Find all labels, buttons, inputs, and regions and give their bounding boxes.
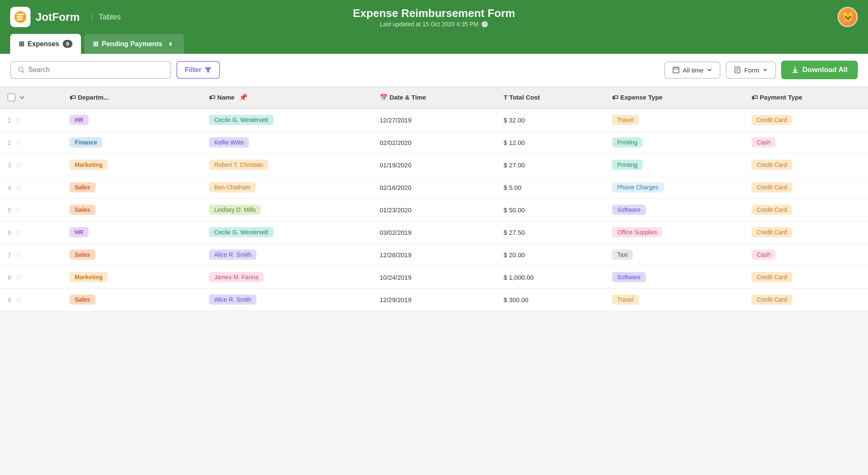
- tag-icon-dept: 🏷: [70, 94, 76, 101]
- row-controls-cell: 1 ☆: [0, 108, 62, 131]
- name-cell: Cecile G. Westervelt: [201, 108, 372, 131]
- all-time-dropdown[interactable]: All time: [664, 61, 721, 79]
- payment-tag: Credit Card: [751, 227, 792, 237]
- star-icon[interactable]: ☆: [15, 205, 22, 214]
- cost-cell: $ 32.00: [496, 108, 604, 131]
- row-controls-cell: 7 ☆: [0, 244, 62, 266]
- cost-cell: $ 27.00: [496, 154, 604, 176]
- name-tag: Alice R. Smith: [209, 250, 256, 260]
- row-number: 2: [8, 139, 11, 146]
- row-controls-cell: 3 ☆: [0, 154, 62, 176]
- tag-icon-payment: 🏷: [751, 94, 758, 101]
- expense-tag: Travel: [612, 294, 638, 305]
- tab-pending-badge: 6: [166, 40, 175, 48]
- name-tag: Robert T. Christian: [209, 160, 268, 170]
- download-all-button[interactable]: Download All: [781, 61, 858, 79]
- dept-tag: Sales: [70, 205, 95, 215]
- dept-cell: Sales: [62, 289, 201, 311]
- form-label: Form: [744, 67, 759, 74]
- download-icon: [791, 66, 799, 74]
- table-body: 1 ☆ HR Cecile G. Westervelt 12/27/2019 $…: [0, 108, 868, 311]
- star-icon[interactable]: ☆: [15, 160, 22, 169]
- row-number: 7: [8, 251, 11, 258]
- name-cell: Robert T. Christian: [201, 154, 372, 176]
- search-input[interactable]: [28, 66, 164, 74]
- row-number: 4: [8, 184, 11, 191]
- form-dropdown[interactable]: Form: [726, 61, 776, 79]
- name-cell: Kellie Witte: [201, 131, 372, 154]
- cost-col-header[interactable]: T Total Cost: [496, 86, 604, 108]
- star-icon[interactable]: ☆: [15, 115, 22, 125]
- tab-expenses-badge: 9: [63, 40, 72, 48]
- name-tag: Kellie Witte: [209, 137, 249, 147]
- dept-cell: HR: [62, 108, 201, 131]
- expense-tag: Taxi: [612, 250, 633, 260]
- name-col-header[interactable]: 🏷 Name 📌: [201, 86, 372, 108]
- name-tag: Cecile G. Westervelt: [209, 115, 273, 125]
- date-cell: 03/02/2019: [372, 221, 496, 244]
- payment-tag: Credit Card: [751, 182, 792, 192]
- tabs-bar: ⊞ Expenses 9 ⊞ Pending Payments 6: [0, 34, 868, 54]
- select-all-checkbox[interactable]: [8, 94, 15, 101]
- payment-cell: Credit Card: [744, 289, 868, 311]
- row-controls-cell: 5 ☆: [0, 199, 62, 221]
- payment-tag: Credit Card: [751, 160, 792, 170]
- star-icon[interactable]: ☆: [15, 138, 22, 147]
- page-title: Expense Reimbursement Form: [353, 7, 515, 20]
- row-number: 3: [8, 161, 11, 169]
- date-cell: 12/28/2019: [372, 244, 496, 266]
- tag-icon-name: 🏷: [209, 94, 215, 101]
- name-cell: Cecile G. Westervelt: [201, 221, 372, 244]
- table-row: 4 ☆ Sales Ben Chatham 02/16/2020 $ 5.00 …: [0, 176, 868, 199]
- expense-cell: Office Supplies: [604, 221, 744, 244]
- star-icon[interactable]: ☆: [15, 272, 22, 282]
- date-col-header[interactable]: 📅 Date & Time: [372, 86, 496, 108]
- name-cell: Alice R. Smith: [201, 289, 372, 311]
- logo-icon: [10, 7, 31, 27]
- payment-col-header[interactable]: 🏷 Payment Type: [744, 86, 868, 108]
- table-header-row: 🏷 Departm... 🏷 Name 📌 📅 Date & Time T To…: [0, 86, 868, 108]
- tables-nav[interactable]: Tables: [92, 13, 121, 22]
- logo-text: JotForm: [36, 11, 80, 24]
- row-controls-cell: 2 ☆: [0, 131, 62, 154]
- cost-cell: $ 12.00: [496, 131, 604, 154]
- text-icon: T: [504, 94, 507, 101]
- table-row: 1 ☆ HR Cecile G. Westervelt 12/27/2019 $…: [0, 108, 868, 131]
- tab-expenses[interactable]: ⊞ Expenses 9: [10, 34, 81, 54]
- avatar[interactable]: 🐱: [837, 7, 858, 27]
- dept-tag: Sales: [70, 294, 95, 305]
- header-center: Expense Reimbursement Form Last updated …: [353, 7, 515, 28]
- cost-cell: $ 50.00: [496, 199, 604, 221]
- search-box[interactable]: [10, 61, 171, 79]
- cost-cell: $ 1,000.00: [496, 266, 604, 289]
- filter-button[interactable]: Filter: [176, 61, 220, 79]
- clock-icon: 🕐: [481, 21, 488, 28]
- name-cell: James M. Farina: [201, 266, 372, 289]
- star-icon[interactable]: ☆: [15, 183, 22, 192]
- tab-expenses-label: Expenses: [28, 40, 59, 48]
- table-row: 7 ☆ Sales Alice R. Smith 12/28/2019 $ 20…: [0, 244, 868, 266]
- row-number: 6: [8, 229, 11, 236]
- chevron-down-col-icon: [19, 94, 25, 101]
- row-number: 5: [8, 206, 11, 214]
- name-tag: Alice R. Smith: [209, 294, 256, 305]
- expense-tag: Software: [612, 272, 645, 282]
- star-icon[interactable]: ☆: [15, 250, 22, 259]
- star-icon[interactable]: ☆: [15, 228, 22, 237]
- date-cell: 12/29/2019: [372, 289, 496, 311]
- row-number: 8: [8, 274, 11, 281]
- star-icon[interactable]: ☆: [15, 295, 22, 304]
- name-cell: Lindsey D. Mills: [201, 199, 372, 221]
- expense-col-header[interactable]: 🏷 Expense Type: [604, 86, 744, 108]
- dept-cell: Finance: [62, 131, 201, 154]
- pin-icon: 📌: [239, 94, 248, 101]
- svg-marker-3: [205, 67, 211, 72]
- payment-cell: Credit Card: [744, 154, 868, 176]
- department-col-header[interactable]: 🏷 Departm...: [62, 86, 201, 108]
- row-controls-cell: 6 ☆: [0, 221, 62, 244]
- payment-cell: Cash: [744, 131, 868, 154]
- filter-icon: [205, 67, 211, 73]
- tab-pending-payments[interactable]: ⊞ Pending Payments 6: [84, 34, 184, 54]
- dept-tag: Sales: [70, 182, 95, 192]
- grid-icon-pending: ⊞: [93, 40, 98, 48]
